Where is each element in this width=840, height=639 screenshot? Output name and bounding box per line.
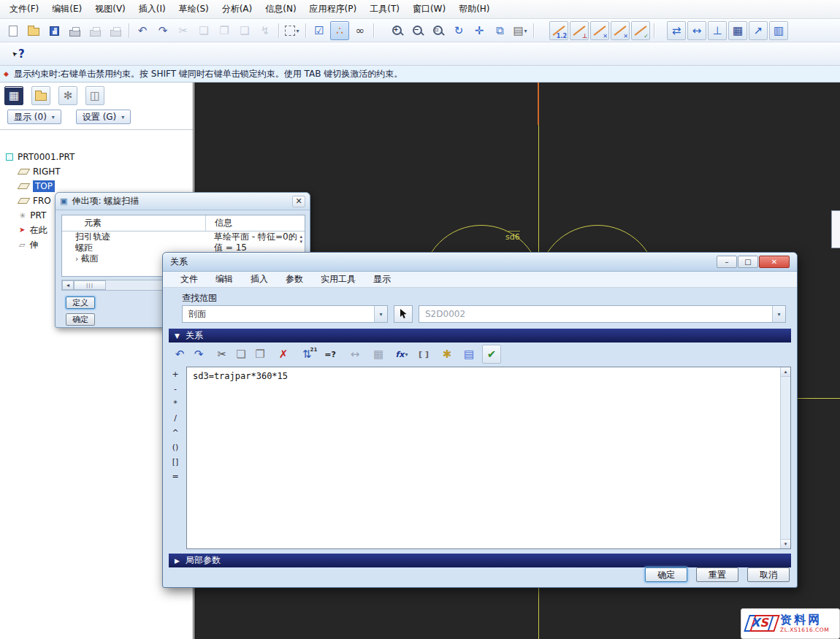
operator-plus-button[interactable]: + (169, 368, 181, 380)
selection-filter-icon[interactable]: ▾ (283, 22, 301, 39)
menu-show[interactable]: 显示 (364, 273, 400, 286)
menu-analysis[interactable]: 分析(A) (215, 0, 259, 18)
dimension-label[interactable]: sd6 (505, 231, 520, 242)
menu-insert[interactable]: 插入(I) (132, 0, 172, 18)
menu-insert[interactable]: 插入 (242, 273, 277, 286)
print-icon[interactable] (66, 22, 83, 39)
lookin-select[interactable]: 剖面 ▾ (182, 305, 388, 323)
clipped-toolbar-icon[interactable]: ▥ (769, 21, 788, 40)
scrollbar-thumb[interactable]: ||| (74, 280, 106, 290)
show-vertices-toggle-icon[interactable]: ✕ (611, 21, 630, 40)
open-file-icon[interactable] (25, 22, 42, 39)
cut-icon[interactable]: ✂ (175, 22, 192, 39)
folder-browser-icon[interactable] (31, 86, 50, 105)
grid-settings-icon[interactable]: ▦ (728, 21, 747, 40)
menu-utilities[interactable]: 实用工具 (312, 273, 364, 286)
redo-icon[interactable]: ↷ (154, 22, 172, 39)
scroll-down-icon[interactable]: ▾ (781, 539, 790, 548)
menu-edit[interactable]: 编辑 (207, 273, 242, 286)
tree-item-prt0001[interactable]: PRT0001.PRT (6, 150, 191, 164)
layers-icon[interactable]: ⧉ (491, 22, 508, 39)
sketch-orient-icon[interactable]: ⇄ (667, 21, 686, 40)
units-convert-icon[interactable]: ↔ (346, 345, 364, 363)
insert-image-icon[interactable]: ▦ (370, 345, 387, 363)
table-scroll-arrows[interactable]: ▴ ▾ (299, 234, 302, 245)
close-icon[interactable]: ✕ (292, 196, 305, 207)
delete-icon[interactable]: ✗ (275, 345, 292, 363)
expander-icon[interactable]: › (75, 254, 78, 264)
paste-icon[interactable]: ❐ (215, 22, 233, 39)
menu-edit[interactable]: 编辑(E) (45, 0, 88, 18)
function-list-icon[interactable]: fx▾ (393, 345, 411, 363)
dialog-title-bar[interactable]: 关系 – □ ✕ (163, 253, 797, 272)
quick-print-icon[interactable] (107, 22, 124, 39)
show-constraints-toggle-icon[interactable]: ⊥ (570, 21, 589, 40)
undo-icon[interactable]: ↶ (171, 345, 188, 363)
execute-verify-icon[interactable]: ✔ (482, 345, 501, 364)
menu-file[interactable]: 文件(F) (3, 0, 45, 18)
ok-button[interactable]: 确定 (645, 567, 687, 582)
minimize-icon[interactable]: – (717, 256, 737, 268)
paste-special-icon[interactable]: ❑ (236, 22, 253, 39)
operator-parentheses-button[interactable]: () (169, 441, 181, 454)
menu-file[interactable]: 文件 (172, 273, 207, 286)
show-dimensions-toggle-icon[interactable]: 1.2 (549, 21, 568, 40)
operator-equals-button[interactable]: = (169, 470, 181, 483)
brackets-icon[interactable]: [ ] (415, 345, 432, 363)
model-tree-icon[interactable]: ▦ (4, 86, 23, 105)
menu-tools[interactable]: 工具(T) (363, 0, 406, 18)
dialog-title-bar[interactable]: ▣ 伸出项: 螺旋扫描 ✕ (56, 193, 310, 210)
vertical-ref-icon[interactable]: ⊥ (708, 21, 727, 40)
relations-section-header[interactable]: ▼ 关系 (169, 329, 791, 343)
tree-settings-button[interactable]: 设置 (G) ▾ (76, 110, 131, 124)
menu-help[interactable]: 帮助(H) (452, 0, 496, 18)
history-icon[interactable]: ◫ (85, 86, 104, 105)
favorites-icon[interactable]: ✻ (58, 86, 77, 105)
regenerate-icon[interactable]: ↯ (256, 22, 274, 39)
scroll-up-icon[interactable]: ▴ (781, 367, 790, 377)
zoom-in-icon[interactable]: + (389, 22, 406, 39)
chevron-down-icon[interactable]: ▾ (374, 306, 387, 322)
sketch-done-icon[interactable]: ↗ (749, 21, 768, 40)
relations-editor[interactable]: sd3=trajpar*360*15 ▴ ▾ (186, 367, 791, 549)
chevron-down-icon[interactable]: ▾ (772, 306, 785, 322)
cut-icon[interactable]: ✂ (213, 345, 231, 363)
local-params-section-header[interactable]: ▶ 局部参数 (169, 554, 791, 567)
show-grid-toggle-icon[interactable]: ✕ (590, 21, 609, 40)
operator-multiply-button[interactable]: * (169, 397, 181, 410)
select-arrow-button[interactable] (394, 305, 413, 323)
menu-info[interactable]: 信息(N) (259, 0, 302, 18)
table-row[interactable]: 扫引轨迹 草绘平面 - 特征=0的 (62, 232, 305, 242)
feature-tools-icon[interactable]: ∴ (330, 21, 349, 40)
saved-views-icon[interactable]: ▤▾ (511, 22, 529, 39)
operator-divide-button[interactable]: / (169, 412, 181, 424)
copy-icon[interactable]: ❏ (232, 345, 250, 363)
pan-icon[interactable]: ✛ (470, 22, 488, 39)
print-preview-icon[interactable] (86, 22, 104, 39)
refit-icon[interactable]: ▫ (429, 22, 447, 39)
context-help-icon[interactable]: ➤ ? (9, 46, 28, 62)
close-icon[interactable]: ✕ (759, 256, 790, 268)
save-icon[interactable] (45, 22, 63, 39)
ok-button[interactable]: 确定 (66, 313, 95, 326)
operator-power-button[interactable]: ^ (169, 426, 181, 439)
maximize-icon[interactable]: □ (738, 256, 758, 268)
access-control-icon[interactable]: ✱ (438, 345, 456, 363)
menu-sketch[interactable]: 草绘(S) (172, 0, 215, 18)
repaint-icon[interactable]: ↻ (450, 22, 467, 39)
zoom-out-icon[interactable]: − (409, 22, 427, 39)
scrollbar-track[interactable] (781, 377, 790, 539)
scroll-down-icon[interactable]: ▾ (299, 240, 302, 245)
operator-minus-button[interactable]: - (169, 383, 181, 395)
paste-icon[interactable]: ❐ (251, 345, 269, 363)
menu-view[interactable]: 视图(V) (88, 0, 132, 18)
verify-relations-icon[interactable]: =? (321, 345, 339, 363)
tree-item-top[interactable]: TOP (6, 179, 191, 194)
spectacles-icon[interactable]: ∞ (351, 22, 369, 39)
undo-icon[interactable]: ↶ (134, 22, 151, 39)
copy-icon[interactable]: ❏ (195, 22, 213, 39)
reset-button[interactable]: 重置 (696, 567, 738, 582)
scroll-left-icon[interactable]: ◂ (62, 280, 74, 290)
menu-applications[interactable]: 应用程序(P) (303, 0, 364, 18)
define-button[interactable]: 定义 (66, 296, 95, 309)
